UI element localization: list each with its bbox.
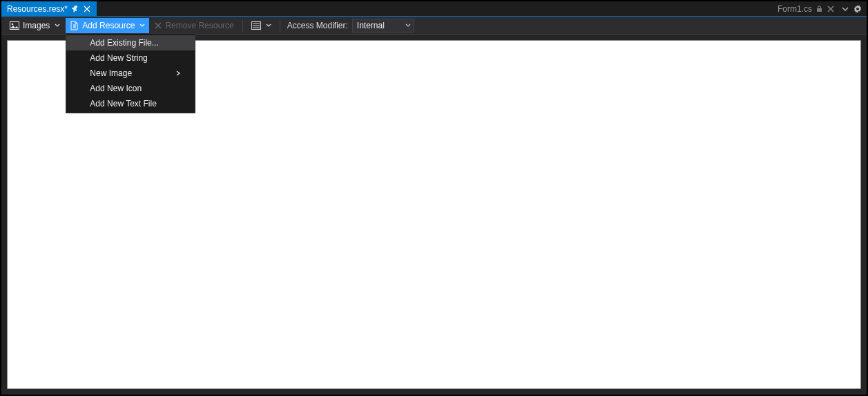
remove-resource-label: Remove Resource xyxy=(165,21,233,30)
chevron-down-icon xyxy=(55,23,60,28)
toolbar: Images Add Resource Add Existing File...… xyxy=(1,17,867,35)
tab-label: Form1.cs xyxy=(778,4,812,14)
menu-item-label: Add New Icon xyxy=(90,84,142,93)
chevron-down-icon xyxy=(139,23,145,28)
images-dropdown[interactable]: Images xyxy=(6,18,64,33)
chevron-right-icon xyxy=(175,70,181,76)
images-label: Images xyxy=(23,21,50,30)
tab-form1-cs[interactable]: Form1.cs xyxy=(772,1,840,16)
gear-icon[interactable] xyxy=(853,4,862,14)
chevron-down-icon[interactable] xyxy=(840,4,850,14)
list-icon xyxy=(251,21,261,30)
svg-point-1 xyxy=(12,23,14,25)
chevron-down-icon xyxy=(405,23,411,28)
menu-item-new-image[interactable]: New Image xyxy=(66,66,195,81)
window-controls xyxy=(840,1,867,16)
menu-item-add-new-icon[interactable]: Add New Icon xyxy=(66,81,195,96)
separator xyxy=(242,19,243,32)
menu-item-add-new-string[interactable]: Add New String xyxy=(66,50,195,66)
menu-item-label: Add New String xyxy=(90,53,147,63)
close-icon xyxy=(155,22,162,29)
access-modifier-label: Access Modifier: xyxy=(284,21,351,30)
add-resource-dropdown[interactable]: Add Resource Add Existing File... Add Ne… xyxy=(66,18,149,33)
add-resource-label: Add Resource xyxy=(82,21,135,30)
close-icon[interactable] xyxy=(827,5,835,13)
chevron-down-icon xyxy=(266,23,271,28)
lock-icon xyxy=(816,6,822,12)
separator xyxy=(280,19,280,32)
remove-resource-button: Remove Resource xyxy=(151,18,238,33)
tab-strip: Resources.resx* Form1.cs xyxy=(1,1,867,17)
tab-spacer xyxy=(97,1,772,16)
view-dropdown[interactable] xyxy=(247,18,276,33)
tab-label: Resources.resx* xyxy=(7,4,68,14)
tab-resources-resx[interactable]: Resources.resx* xyxy=(1,1,97,16)
close-icon[interactable] xyxy=(83,5,91,13)
menu-item-label: Add Existing File... xyxy=(90,38,158,48)
access-modifier-combo[interactable]: Internal xyxy=(352,19,414,32)
add-resource-menu: Add Existing File... Add New String New … xyxy=(66,33,195,113)
menu-item-label: New Image xyxy=(90,68,132,78)
menu-item-add-new-text-file[interactable]: Add New Text File xyxy=(66,96,195,111)
menu-item-label: Add New Text File xyxy=(90,99,157,109)
menu-item-add-existing-file[interactable]: Add Existing File... xyxy=(66,35,195,50)
pin-icon[interactable] xyxy=(72,6,79,12)
access-modifier-value: Internal xyxy=(357,21,385,30)
image-icon xyxy=(10,21,19,30)
new-file-icon xyxy=(70,21,79,30)
